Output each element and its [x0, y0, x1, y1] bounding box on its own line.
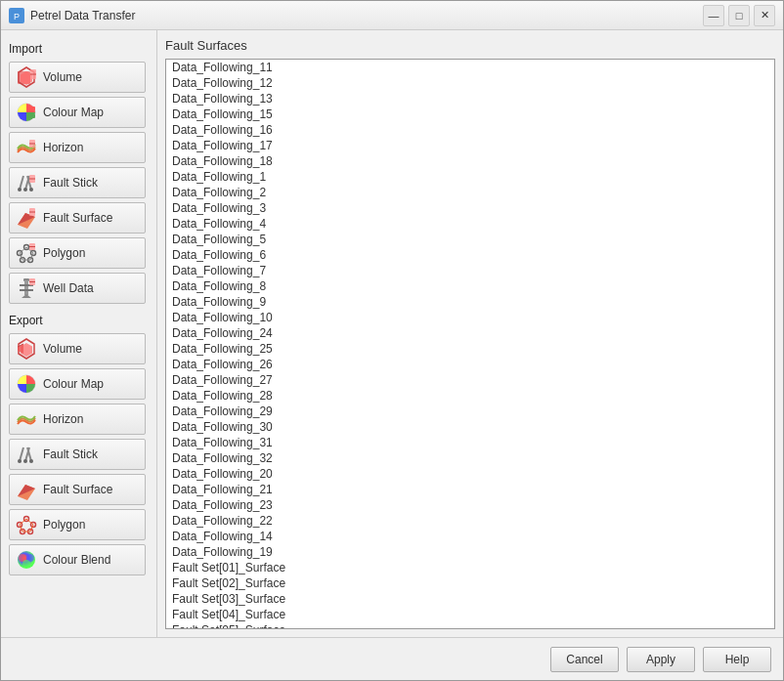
- list-item[interactable]: Data_Following_2: [166, 185, 774, 200]
- list-item[interactable]: Data_Following_30: [166, 419, 774, 435]
- content-area: Import Volume: [1, 30, 783, 637]
- bottom-bar: Cancel Apply Help: [1, 637, 783, 680]
- list-item[interactable]: Data_Following_24: [166, 325, 774, 341]
- export-colour-blend-icon: [16, 549, 37, 571]
- import-fault-stick-button[interactable]: Fault Stick: [9, 167, 146, 198]
- title-bar: P Petrel Data Transfer — □ ✕: [1, 1, 783, 30]
- export-colour-map-button[interactable]: Colour Map: [9, 368, 146, 400]
- import-fault-surface-button[interactable]: Fault Surface: [9, 202, 146, 234]
- list-item[interactable]: Data_Following_28: [166, 388, 774, 404]
- list-item[interactable]: Data_Following_21: [166, 482, 774, 497]
- list-item[interactable]: Data_Following_12: [166, 75, 774, 91]
- export-horizon-button[interactable]: Horizon: [9, 404, 146, 435]
- export-polygon-button[interactable]: Polygon: [9, 509, 146, 540]
- list-item[interactable]: Fault Set[05]_Surface: [166, 622, 774, 629]
- svg-point-46: [18, 459, 22, 463]
- list-item[interactable]: Fault Set[02]_Surface: [166, 575, 774, 591]
- import-fault-surface-label: Fault Surface: [43, 211, 112, 225]
- export-fault-stick-button[interactable]: Fault Stick: [9, 439, 146, 470]
- list-item[interactable]: Data_Following_11: [166, 60, 774, 75]
- svg-rect-9: [28, 114, 35, 118]
- import-colour-map-button[interactable]: Colour Map: [9, 97, 146, 128]
- import-fault-stick-label: Fault Stick: [43, 176, 98, 190]
- list-item[interactable]: Data_Following_13: [166, 91, 774, 106]
- list-item[interactable]: Data_Following_15: [166, 106, 774, 122]
- import-horizon-button[interactable]: Horizon: [9, 132, 146, 163]
- svg-point-48: [29, 459, 33, 463]
- list-item[interactable]: Data_Following_17: [166, 138, 774, 153]
- list-item[interactable]: Data_Following_6: [166, 247, 774, 263]
- window-title: Petrel Data Transfer: [30, 9, 703, 22]
- list-item[interactable]: Data_Following_4: [166, 216, 774, 232]
- list-item[interactable]: Data_Following_22: [166, 513, 774, 529]
- list-item[interactable]: Data_Following_7: [166, 263, 774, 278]
- list-item[interactable]: Data_Following_32: [166, 450, 774, 466]
- fault-surfaces-list[interactable]: Data_Following_11Data_Following_12Data_F…: [165, 59, 775, 629]
- export-fault-surface-icon: [16, 479, 37, 500]
- export-horizon-icon: [16, 408, 37, 430]
- cancel-button[interactable]: Cancel: [550, 647, 619, 672]
- main-panel: Fault Surfaces Data_Following_11Data_Fol…: [157, 30, 783, 637]
- svg-text:P: P: [14, 12, 20, 21]
- svg-point-17: [29, 188, 33, 192]
- svg-rect-32: [24, 280, 28, 295]
- list-item[interactable]: Fault Set[04]_Surface: [166, 607, 774, 622]
- export-colour-blend-label: Colour Blend: [43, 553, 110, 567]
- export-polygon-icon: [16, 514, 37, 535]
- list-item[interactable]: Data_Following_26: [166, 357, 774, 372]
- export-fault-surface-button[interactable]: Fault Surface: [9, 474, 146, 505]
- list-item[interactable]: Data_Following_29: [166, 404, 774, 419]
- export-volume-button[interactable]: Volume: [9, 333, 146, 364]
- import-volume-label: Volume: [43, 70, 82, 84]
- import-volume-icon: [16, 66, 37, 88]
- list-item[interactable]: Data_Following_16: [166, 122, 774, 138]
- svg-line-43: [20, 447, 23, 461]
- svg-marker-35: [22, 294, 31, 298]
- list-item[interactable]: Data_Following_27: [166, 372, 774, 388]
- export-colour-map-label: Colour Map: [43, 377, 104, 391]
- export-colour-blend-button[interactable]: Colour Blend: [9, 544, 146, 575]
- list-item[interactable]: Data_Following_20: [166, 466, 774, 482]
- import-volume-button[interactable]: Volume: [9, 62, 146, 93]
- list-item[interactable]: Data_Following_18: [166, 153, 774, 169]
- export-colour-map-icon: [16, 373, 37, 395]
- svg-point-15: [18, 188, 22, 192]
- help-button[interactable]: Help: [703, 647, 771, 672]
- list-item[interactable]: Data_Following_14: [166, 529, 774, 544]
- import-fault-surface-icon: [16, 207, 37, 229]
- list-item[interactable]: Data_Following_9: [166, 294, 774, 310]
- list-item[interactable]: Data_Following_8: [166, 278, 774, 294]
- list-item[interactable]: Data_Following_23: [166, 497, 774, 513]
- import-well-data-button[interactable]: Well Data: [9, 273, 146, 304]
- maximize-button[interactable]: □: [728, 5, 750, 26]
- minimize-button[interactable]: —: [703, 5, 724, 26]
- list-item[interactable]: Data_Following_10: [166, 310, 774, 325]
- list-item[interactable]: Fault Set[01]_Surface: [166, 560, 774, 575]
- svg-point-47: [23, 459, 27, 463]
- list-item[interactable]: Data_Following_1: [166, 169, 774, 185]
- import-well-data-icon: [16, 277, 37, 299]
- svg-rect-34: [20, 289, 33, 291]
- list-item[interactable]: Data_Following_25: [166, 341, 774, 357]
- sidebar: Import Volume: [1, 30, 157, 637]
- export-polygon-label: Polygon: [43, 518, 85, 532]
- list-item[interactable]: Data_Following_3: [166, 200, 774, 216]
- svg-line-12: [20, 176, 23, 190]
- import-colour-map-label: Colour Map: [43, 106, 104, 119]
- import-polygon-button[interactable]: Polygon: [9, 237, 146, 269]
- main-window: P Petrel Data Transfer — □ ✕ Import: [0, 0, 784, 681]
- list-item[interactable]: Data_Following_19: [166, 544, 774, 560]
- svg-rect-8: [28, 106, 35, 110]
- export-fault-stick-label: Fault Stick: [43, 447, 98, 461]
- list-item[interactable]: Data_Following_31: [166, 435, 774, 450]
- svg-point-59: [22, 560, 30, 568]
- import-fault-stick-icon: [16, 172, 37, 193]
- list-item[interactable]: Data_Following_5: [166, 232, 774, 247]
- export-volume-icon: [16, 338, 37, 360]
- import-horizon-icon: [16, 137, 37, 158]
- close-button[interactable]: ✕: [754, 5, 775, 26]
- apply-button[interactable]: Apply: [627, 647, 695, 672]
- list-item[interactable]: Fault Set[03]_Surface: [166, 591, 774, 607]
- export-fault-stick-icon: [16, 444, 37, 465]
- panel-title: Fault Surfaces: [165, 38, 775, 53]
